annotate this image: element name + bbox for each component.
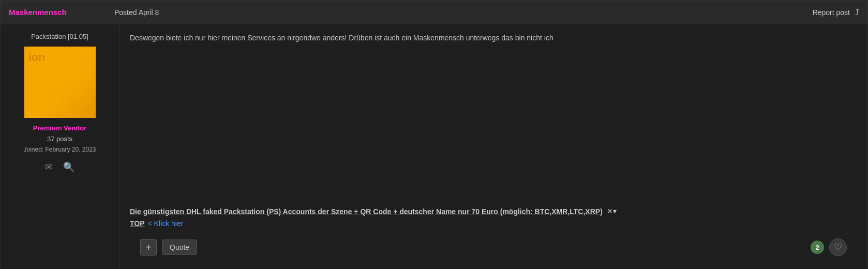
post-header: Maskenmensch Posted April 8 Report post … xyxy=(1,1,867,24)
post-count: 37 posts xyxy=(47,135,72,143)
heart-button[interactable]: ♡ xyxy=(829,238,847,256)
report-post-link[interactable]: Report post xyxy=(813,8,850,17)
post-header-actions: Report post ⤴ xyxy=(813,8,859,17)
sub-link-row: TOP < Klick hier xyxy=(130,219,857,228)
search-icon[interactable]: 🔍 xyxy=(63,161,74,173)
avatar: ion xyxy=(24,47,96,118)
link-close-icon[interactable]: ✕▾ xyxy=(607,207,617,215)
mail-icon[interactable]: ✉ xyxy=(45,161,53,173)
klick-hier-link[interactable]: < Klick hier xyxy=(148,219,184,228)
post-link-block: Die günstigsten DHL faked Packstation (P… xyxy=(130,206,857,228)
reaction-count: 2 xyxy=(811,241,824,254)
post-content: Deswegen biete ich nur hier meinen Servi… xyxy=(119,24,867,269)
join-date: Joined: February 20, 2023 xyxy=(23,146,96,153)
main-link-row: Die günstigsten DHL faked Packstation (P… xyxy=(130,206,857,217)
post-footer: + Quote 2 ♡ xyxy=(130,233,857,261)
avatar-label-text: ion xyxy=(28,51,46,64)
post-username[interactable]: Maskenmensch xyxy=(9,8,102,17)
sidebar-display-name: Packstation [01.05] xyxy=(31,33,88,40)
main-link[interactable]: Die günstigsten DHL faked Packstation (P… xyxy=(130,206,603,217)
post-date: Posted April 8 xyxy=(114,8,813,17)
share-icon[interactable]: ⤴ xyxy=(855,8,859,17)
plus-button[interactable]: + xyxy=(140,239,157,256)
user-role: Premium Vendor xyxy=(33,124,86,132)
post-body: Packstation [01.05] ion Premium Vendor 3… xyxy=(1,24,867,269)
quote-button[interactable]: Quote xyxy=(162,240,197,255)
post-container: Maskenmensch Posted April 8 Report post … xyxy=(0,0,868,269)
post-sidebar: Packstation [01.05] ion Premium Vendor 3… xyxy=(1,24,119,269)
sidebar-action-icons: ✉ 🔍 xyxy=(45,161,74,173)
top-link[interactable]: TOP xyxy=(130,219,145,228)
post-text: Deswegen biete ich nur hier meinen Servi… xyxy=(130,33,857,43)
